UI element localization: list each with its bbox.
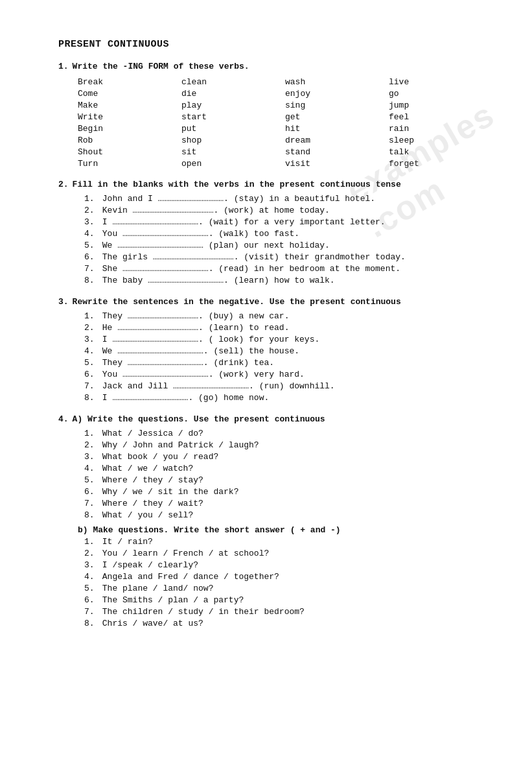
verb-cell: jump <box>389 100 454 111</box>
list-text: She ……………………………………………. (read) in her bed… <box>97 264 400 274</box>
section2-number: 2. <box>58 180 69 189</box>
list-text: We …………………………………………… (plan) our next hol… <box>97 241 330 250</box>
verb-cell: Turn <box>78 158 181 169</box>
section1-heading: Write the -ING FORM of these verbs. <box>73 62 249 71</box>
list-item: 8. I ………………………………………. (go) home now. <box>84 393 480 403</box>
section4-number: 4. <box>58 414 69 424</box>
verb-cell: die <box>181 88 285 99</box>
section4a-list: 1. What / Jessica / do?2. Why / John and… <box>84 429 480 520</box>
list-number: 5. <box>84 584 97 593</box>
section2-list: 1. John and I …………………………………. (stay) in a… <box>84 194 480 285</box>
verb-cell: Write <box>78 112 181 123</box>
verb-cell: Begin <box>78 123 181 134</box>
list-item: 6. You ……………………………………………. (work) very ha… <box>84 370 480 379</box>
list-number: 4. <box>84 346 97 356</box>
list-number: 4. <box>84 229 97 239</box>
list-number: 8. <box>84 276 97 285</box>
verb-cell: Break <box>78 77 181 88</box>
section2-heading: Fill in the blanks with the verbs in the… <box>73 180 401 189</box>
list-text: You ……………………………………………. (walk) too fast. <box>97 229 299 239</box>
list-number: 6. <box>84 370 97 379</box>
list-item: 5. Where / they / stay? <box>84 475 480 485</box>
verb-cell: live <box>389 77 454 88</box>
verb-cell: start <box>181 112 285 123</box>
verb-cell: feel <box>389 112 454 123</box>
section4b-list: 1. It / rain?2. You / learn / French / a… <box>84 537 480 628</box>
list-text: Where / they / wait? <box>97 499 203 508</box>
verb-cell: stand <box>285 147 389 158</box>
list-number: 8. <box>84 393 97 403</box>
list-text: You / learn / French / at school? <box>97 549 269 558</box>
list-text: Where / they / stay? <box>97 475 203 485</box>
list-item: 3. What book / you / read? <box>84 452 480 462</box>
list-item: 3. I /speak / clearly? <box>84 560 480 570</box>
list-text: Why / John and Patrick / laugh? <box>97 440 259 450</box>
list-number: 7. <box>84 381 97 391</box>
list-text: The baby ………………………………………. (learn) how to… <box>97 276 335 285</box>
list-item: 7. Where / they / wait? <box>84 499 480 508</box>
list-number: 5. <box>84 475 97 485</box>
list-number: 1. <box>84 194 97 204</box>
list-item: 8. What / you / sell? <box>84 510 480 520</box>
list-number: 2. <box>84 549 97 558</box>
list-text: Kevin …………………………………………. (work) at home t… <box>97 206 330 215</box>
list-text: Angela and Fred / dance / together? <box>97 572 279 582</box>
verb-cell: Come <box>78 88 181 99</box>
list-number: 5. <box>84 358 97 368</box>
list-item: 7. She ……………………………………………. (read) in her … <box>84 264 480 274</box>
verb-cell: forget <box>389 158 454 169</box>
list-text: They ……………………………………. (buy) a new car. <box>97 311 289 321</box>
verb-cell: get <box>285 112 389 123</box>
list-item: 5. They ………………………………………. (drink) tea. <box>84 358 480 368</box>
verb-cell: sit <box>181 147 285 158</box>
list-number: 4. <box>84 572 97 582</box>
verb-cell: rain <box>389 123 454 134</box>
list-text: I ………………………………………. (go) home now. <box>97 393 269 403</box>
list-text: The girls …………………………………………. (visit) thei… <box>97 252 406 262</box>
list-number: 1. <box>84 429 97 438</box>
list-text: The children / study / in their bedroom? <box>97 607 305 617</box>
list-text: Jack and Jill ………………………………………. (run) dow… <box>97 381 335 391</box>
verb-cell: Shout <box>78 147 181 158</box>
list-text: The Smiths / plan / a party? <box>97 595 244 605</box>
list-text: John and I …………………………………. (stay) in a be… <box>97 194 375 204</box>
section4b-heading: b) Make questions. Write the short answe… <box>78 525 480 535</box>
list-text: What book / you / read? <box>97 452 218 462</box>
verb-cell: sleep <box>389 135 454 146</box>
list-text: Chris / wave/ at us? <box>97 619 203 628</box>
list-number: 7. <box>84 264 97 274</box>
list-item: 5. We …………………………………………… (plan) our next … <box>84 241 480 250</box>
list-item: 2. You / learn / French / at school? <box>84 549 480 558</box>
verb-cell: clean <box>181 77 285 88</box>
verb-cell: go <box>389 88 454 99</box>
list-item: 6. Why / we / sit in the dark? <box>84 487 480 497</box>
list-number: 8. <box>84 619 97 628</box>
list-item: 2. Kevin …………………………………………. (work) at hom… <box>84 206 480 215</box>
list-number: 6. <box>84 252 97 262</box>
verb-cell: talk <box>389 147 454 158</box>
list-item: 2. Why / John and Patrick / laugh? <box>84 440 480 450</box>
list-text: The plane / land/ now? <box>97 584 213 593</box>
verb-cell: shop <box>181 135 285 146</box>
list-item: 1. It / rain? <box>84 537 480 547</box>
list-text: Why / we / sit in the dark? <box>97 487 238 497</box>
verb-cell: put <box>181 123 285 134</box>
list-number: 3. <box>84 217 97 227</box>
list-number: 3. <box>84 335 97 344</box>
list-text: We ……………………………………………. (sell) the house. <box>97 346 299 356</box>
list-number: 6. <box>84 595 97 605</box>
verb-cell: enjoy <box>285 88 389 99</box>
list-item: 4. We ……………………………………………. (sell) the hous… <box>84 346 480 356</box>
list-text: He …………………………………………. (learn) to read. <box>97 323 289 333</box>
list-item: 4. You ……………………………………………. (walk) too fas… <box>84 229 480 239</box>
verb-grid: BreakcleanwashliveComedieenjoygoMakeplay… <box>78 77 480 169</box>
section3-heading: Rewrite the sentences in the negative. U… <box>73 297 401 307</box>
list-item: 2. He …………………………………………. (learn) to read. <box>84 323 480 333</box>
list-item: 8. The baby ………………………………………. (learn) how… <box>84 276 480 285</box>
list-number: 3. <box>84 452 97 462</box>
list-text: You ……………………………………………. (work) very hard. <box>97 370 305 379</box>
list-item: 3. I ……………………………………………. ( look) for your… <box>84 335 480 344</box>
list-number: 5. <box>84 241 97 250</box>
list-text: What / you / sell? <box>97 510 193 520</box>
list-number: 2. <box>84 206 97 215</box>
